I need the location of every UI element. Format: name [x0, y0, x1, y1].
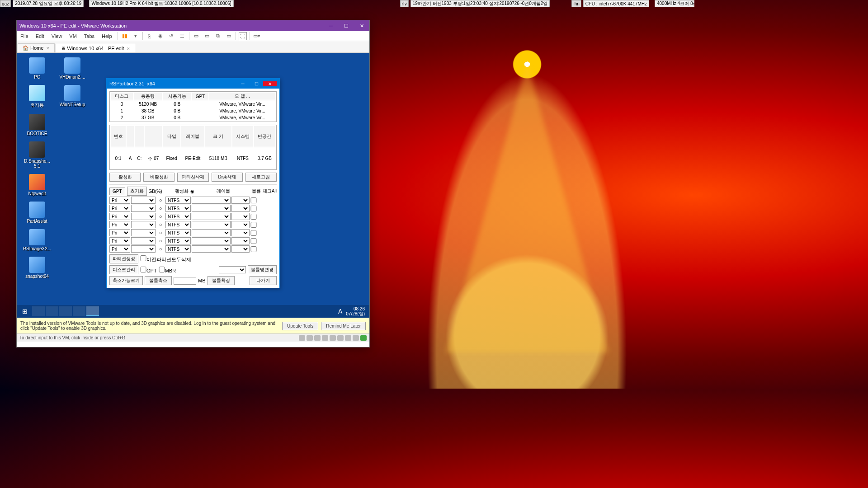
remind-later-button[interactable]: Remind Me Later [321, 322, 366, 330]
column-header[interactable] [145, 126, 162, 147]
device-icon[interactable] [330, 335, 336, 341]
gpt-button[interactable]: GPT [109, 188, 125, 195]
active-radio[interactable]: ○ [156, 206, 165, 211]
row-checkbox[interactable] [250, 246, 257, 252]
label-select[interactable] [192, 197, 231, 204]
dropdown-icon[interactable]: ▾ [132, 32, 140, 40]
column-header[interactable]: 모 델 ... [209, 93, 275, 100]
pri-select[interactable]: Pri [109, 245, 130, 253]
close-button[interactable]: ✕ [263, 81, 277, 86]
column-header[interactable]: 총용량 [134, 93, 162, 100]
ime-indicator[interactable]: A [335, 308, 346, 315]
active-radio[interactable]: ○ [156, 230, 165, 235]
table-row[interactable]: 0:1AC:주 07FixedPE-Edit5118 MBNTFS3.7 GB [111, 148, 275, 169]
column-header[interactable]: 타입 [163, 126, 180, 147]
task-cmd[interactable] [32, 306, 45, 316]
fs-select[interactable]: NTFS [165, 213, 191, 220]
desktop-icon[interactable]: BOOTICE [19, 114, 55, 136]
console-icon[interactable]: ▭ [225, 32, 233, 40]
column-header[interactable]: 번호 [111, 126, 126, 147]
active-radio[interactable]: ○ [156, 197, 165, 203]
column-header[interactable]: 빈공간 [254, 126, 275, 147]
row-checkbox[interactable] [250, 197, 257, 203]
unity-icon[interactable]: ⧉ [214, 32, 222, 40]
close-icon[interactable]: ✕ [127, 47, 130, 51]
desktop-icon[interactable]: VHDman2.... [55, 57, 90, 80]
column-header[interactable] [127, 126, 134, 147]
desktop-icon[interactable]: D.Snapsho...5.1 [19, 141, 55, 169]
active-radio[interactable]: ○ [156, 222, 165, 227]
label-select[interactable] [192, 237, 231, 244]
fs-select[interactable]: NTFS [165, 221, 191, 228]
maximize-button[interactable]: ☐ [339, 20, 354, 31]
pri-select[interactable]: Pri [109, 229, 130, 236]
vol-select[interactable] [231, 197, 250, 204]
menu-help[interactable]: Help [98, 33, 116, 39]
mbr-checkbox[interactable]: MBR [159, 267, 176, 273]
disk-manage-button[interactable]: 디스크관리 [109, 265, 138, 274]
pri-select[interactable]: Pri [109, 213, 130, 220]
view-icon[interactable]: ▭ [192, 32, 200, 40]
task-app1[interactable] [59, 306, 72, 316]
fs-select[interactable]: NTFS [165, 205, 191, 212]
column-header[interactable]: 사용가능 [163, 93, 191, 100]
size-select[interactable] [131, 213, 156, 220]
exit-button[interactable]: 나가기 [250, 276, 277, 285]
close-button[interactable]: ✕ [354, 20, 369, 31]
row-checkbox[interactable] [250, 206, 257, 211]
partition-table[interactable]: 번호타입레이블크 기시스템빈공간0:1AC:주 07FixedPE-Edit51… [109, 125, 277, 170]
column-header[interactable]: 디스크 [111, 93, 133, 100]
stretch-icon[interactable]: ▭▾ [253, 32, 261, 40]
minimize-button[interactable]: ─ [236, 81, 250, 86]
manage-icon[interactable]: ☰ [178, 32, 186, 40]
init-button[interactable]: 초기화 [127, 187, 147, 196]
device-icon[interactable] [314, 335, 321, 341]
vol-select[interactable] [231, 229, 250, 236]
update-tools-button[interactable]: Update Tools [282, 322, 318, 330]
action-button[interactable]: 비활성화 [143, 173, 175, 182]
label-select[interactable] [192, 213, 231, 220]
minimize-button[interactable]: ─ [323, 20, 339, 31]
device-icon[interactable] [345, 335, 351, 341]
size-select[interactable] [131, 229, 156, 236]
pri-select[interactable]: Pri [109, 237, 130, 244]
pri-select[interactable]: Pri [109, 205, 130, 212]
size-select[interactable] [131, 221, 156, 228]
tab-home[interactable]: 🏠 Home✕ [18, 43, 55, 52]
desktop-icon[interactable]: RSImageX2... [19, 229, 55, 251]
vmware-titlebar[interactable]: Windows 10 x64 - PE edit - VMware Workst… [17, 20, 369, 31]
fs-select[interactable]: NTFS [165, 245, 191, 253]
menu-tabs[interactable]: Tabs [80, 33, 98, 39]
task-explorer[interactable] [46, 306, 58, 316]
action-button[interactable]: 활성화 [109, 173, 141, 182]
volume-select[interactable] [219, 266, 246, 273]
row-checkbox[interactable] [250, 214, 257, 220]
device-icon[interactable] [337, 335, 344, 341]
action-button[interactable]: Disk삭제 [212, 173, 243, 182]
prevdel-checkbox[interactable]: 이전파티션모두삭제 [140, 255, 191, 263]
guest-clock[interactable]: 08:26 07/28(일) [346, 306, 368, 316]
fs-select[interactable]: NTFS [165, 237, 191, 244]
pri-select[interactable]: Pri [109, 221, 130, 228]
maximize-button[interactable]: ☐ [250, 81, 263, 86]
vol-select[interactable] [231, 245, 250, 253]
desktop-icon[interactable]: PC [19, 57, 55, 80]
vol-select[interactable] [231, 237, 250, 244]
partition-create-button[interactable]: 파티션생성 [109, 254, 138, 263]
pri-select[interactable]: Pri [109, 197, 130, 204]
device-icon[interactable] [299, 335, 305, 341]
rsp-titlebar[interactable]: RSPartition2.31_x64 ─ ☐ ✕ [107, 79, 279, 89]
column-header[interactable]: 레이블 [181, 126, 204, 147]
column-header[interactable] [135, 126, 144, 147]
label-select[interactable] [192, 229, 231, 236]
start-button[interactable]: ⊞ [19, 306, 31, 316]
size-select[interactable] [131, 197, 156, 204]
disk-table[interactable]: 디스크총용량사용가능GPT모 델 ...05120 MB0 BVMware, V… [109, 91, 277, 122]
column-header[interactable]: 크 기 [205, 126, 231, 147]
row-checkbox[interactable] [250, 230, 257, 236]
fs-select[interactable]: NTFS [165, 197, 191, 204]
device-icon[interactable] [322, 335, 328, 341]
menu-vm[interactable]: VM [66, 33, 80, 39]
row-checkbox[interactable] [250, 238, 257, 244]
active-radio[interactable]: ○ [156, 238, 165, 244]
